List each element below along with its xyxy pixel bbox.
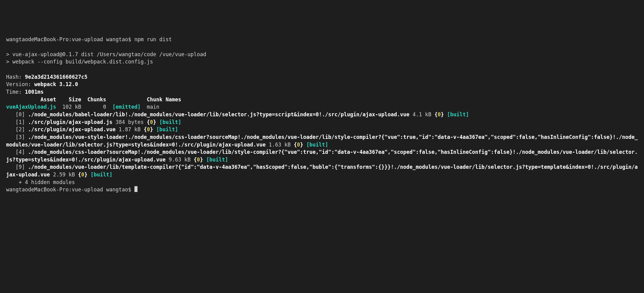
terminal-output[interactable]: wangtaodeMacBook-Pro:vue-upload wangtao$… [6, 36, 638, 194]
module-size: 1.63 kB [266, 142, 294, 148]
time-label: Time: [6, 89, 25, 95]
chunk-brace: { [144, 126, 147, 132]
module-size: 9.63 kB [166, 157, 194, 163]
built-tag: [built] [90, 172, 112, 178]
chunk-brace: { [147, 119, 150, 125]
chunk-brace: } [300, 142, 303, 148]
hidden-modules: + 4 hidden modules [6, 179, 75, 185]
chunk-brace: { [294, 142, 297, 148]
asset-table-header: Asset Size Chunks Chunk Names [6, 96, 181, 103]
module-index: [9] [6, 164, 28, 170]
chunk-brace: } [441, 111, 444, 118]
chunk-brace: } [150, 126, 153, 132]
shell-prompt: wangtaodeMacBook-Pro:vue-upload wangtao$ [6, 36, 134, 42]
module-index: [1] [6, 119, 28, 125]
module-index: [3] [6, 134, 28, 140]
chunk-id: 0 [437, 111, 441, 118]
chunk-brace: { [78, 172, 81, 178]
module-size: 384 bytes [112, 119, 147, 125]
chunk-brace: } [84, 172, 87, 178]
chunk-brace: } [153, 119, 156, 125]
emitted-tag: [emitted] [112, 104, 141, 110]
chunk-id: 0 [81, 172, 84, 178]
npm-script-line: > vue-ajax-upload@0.1.7 dist /Users/wang… [6, 51, 206, 57]
chunk-brace: { [434, 111, 437, 118]
npm-script-line: > webpack --config build/webpack.dist.co… [6, 59, 153, 65]
module-size: 4.1 kB [409, 111, 434, 118]
module-path: ./src/plugin/ajax-upload.js [28, 119, 112, 125]
chunk-brace: } [200, 157, 203, 163]
built-tag: [built] [206, 157, 228, 163]
asset-size-chunks: 102 kB 0 [56, 104, 112, 110]
chunk-id: 0 [147, 126, 150, 132]
time-value: 1001ms [25, 89, 43, 95]
cursor-icon [134, 186, 137, 192]
module-size: 2.59 kB [50, 172, 78, 178]
version-label: Version: [6, 81, 34, 87]
chunk-id: 0 [297, 142, 300, 148]
module-index: [0] [6, 111, 28, 118]
built-tag: [built] [447, 111, 469, 118]
hash-label: Hash: [6, 74, 25, 80]
built-tag: [built] [156, 126, 178, 132]
module-path: ./node_modules/css-loader?sourceMap!./no… [6, 149, 638, 163]
built-tag: [built] [306, 142, 328, 148]
version-value: webpack 3.12.0 [34, 81, 78, 87]
chunk-brace: { [194, 157, 197, 163]
asset-name: vueAjaxUpload.js [6, 104, 56, 110]
module-index: [4] [6, 149, 28, 155]
chunk-id: 0 [150, 119, 153, 125]
typed-command: npm run dist [134, 36, 172, 42]
built-tag: [built] [159, 119, 181, 125]
module-size: 1.87 kB [115, 126, 144, 132]
chunk-id: 0 [197, 157, 200, 163]
module-index: [2] [6, 126, 28, 132]
module-path: ./node_modules/babel-loader/lib!./node_m… [28, 111, 410, 118]
hash-value: 9e2a3d214361660627c5 [25, 74, 87, 80]
shell-prompt: wangtaodeMacBook-Pro:vue-upload wangtao$ [6, 186, 134, 193]
chunk-name: main [141, 104, 159, 110]
module-path: ./src/plugin/ajax-upload.vue [28, 126, 116, 132]
